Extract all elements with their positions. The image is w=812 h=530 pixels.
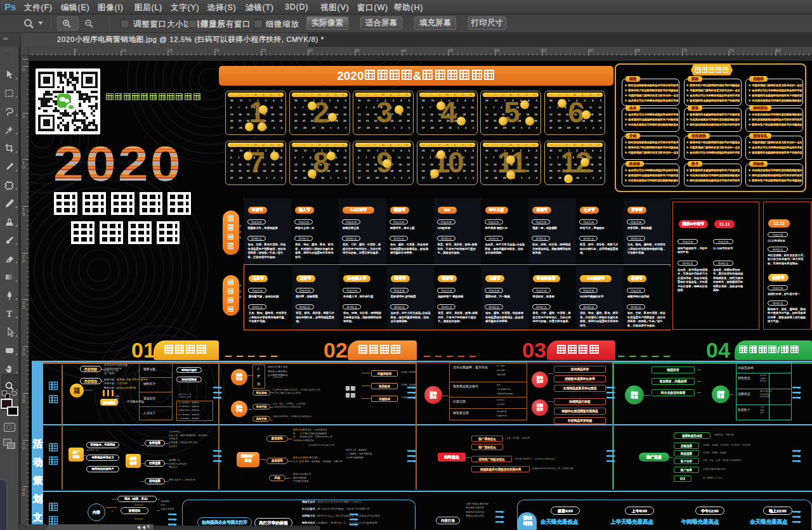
svg-text:T: T [6, 309, 13, 319]
